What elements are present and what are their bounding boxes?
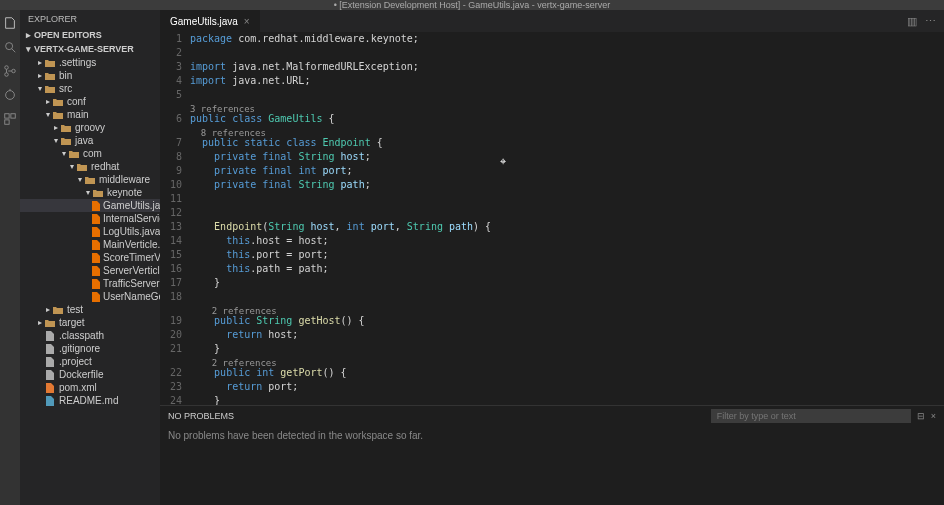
svg-point-4 <box>12 69 16 73</box>
tree-item-label: target <box>59 317 85 328</box>
tree-item[interactable]: ServerVerticle.java <box>20 264 160 277</box>
tree-item-label: main <box>67 109 89 120</box>
explorer-title: EXPLORER <box>20 10 160 28</box>
tree-item[interactable]: Dockerfile <box>20 368 160 381</box>
file-icon <box>44 357 56 367</box>
tree-item-label: bin <box>59 70 72 81</box>
md-icon <box>44 396 56 406</box>
problems-message: No problems have been detected in the wo… <box>160 426 944 445</box>
tree-item[interactable]: ▾keynote <box>20 186 160 199</box>
tree-item-label: test <box>67 304 83 315</box>
svg-point-0 <box>6 43 13 50</box>
tree-item[interactable]: MainVerticle.java <box>20 238 160 251</box>
tree-item-label: GameUtils.java <box>103 200 160 211</box>
tree-item[interactable]: .classpath <box>20 329 160 342</box>
file-icon <box>44 331 56 341</box>
tree-item[interactable]: TrafficServerVertl… <box>20 277 160 290</box>
svg-rect-9 <box>5 120 9 124</box>
tree-item[interactable]: ▸test <box>20 303 160 316</box>
tree-item[interactable]: ▾java <box>20 134 160 147</box>
tree-item[interactable]: ▸target <box>20 316 160 329</box>
tree-item[interactable]: .gitignore <box>20 342 160 355</box>
tree-item-label: ServerVerticle.java <box>103 265 160 276</box>
folder-icon <box>44 84 56 94</box>
tree-item-label: groovy <box>75 122 105 133</box>
tree-item[interactable]: pom.xml <box>20 381 160 394</box>
editor-tabs: GameUtils.java × ▥ ⋯ <box>160 10 944 32</box>
more-icon[interactable]: ⋯ <box>925 15 936 28</box>
tree-item[interactable]: ▸groovy <box>20 121 160 134</box>
svg-rect-7 <box>5 114 9 118</box>
java-icon <box>92 253 100 263</box>
files-icon[interactable] <box>3 16 17 30</box>
split-editor-icon[interactable]: ▥ <box>907 15 917 28</box>
close-icon[interactable]: × <box>244 16 250 27</box>
tree-item-label: InternalServiceVer… <box>103 213 160 224</box>
problems-title: NO PROBLEMS <box>168 411 234 421</box>
tree-item-label: middleware <box>99 174 150 185</box>
code-editor[interactable]: 12345 6 789101112131415161718 192021 222… <box>160 32 944 405</box>
folder-icon <box>44 71 56 81</box>
folder-icon <box>84 175 96 185</box>
tree-item[interactable]: ▾main <box>20 108 160 121</box>
tree-item-label: ScoreTimerVerticl… <box>103 252 160 263</box>
java-icon <box>92 279 100 289</box>
tree-item-label: pom.xml <box>59 382 97 393</box>
activity-bar <box>0 10 20 505</box>
svg-line-1 <box>12 49 16 53</box>
folder-icon <box>68 149 80 159</box>
java-icon <box>92 240 100 250</box>
tree-item[interactable]: README.md <box>20 394 160 407</box>
svg-point-2 <box>5 66 9 70</box>
tree-item-label: src <box>59 83 72 94</box>
tree-item[interactable]: ▾middleware <box>20 173 160 186</box>
tree-item[interactable]: ▸bin <box>20 69 160 82</box>
tree-item[interactable]: ScoreTimerVerticl… <box>20 251 160 264</box>
search-icon[interactable] <box>3 40 17 54</box>
tree-item-label: .gitignore <box>59 343 100 354</box>
java-icon <box>92 292 100 302</box>
svg-point-5 <box>6 91 15 100</box>
xml-icon <box>44 383 56 393</box>
folder-icon <box>92 188 104 198</box>
collapse-icon[interactable]: ⊟ <box>917 411 925 421</box>
tree-item-label: TrafficServerVertl… <box>103 278 160 289</box>
tree-item[interactable]: ▾src <box>20 82 160 95</box>
tree-item-label: .settings <box>59 57 96 68</box>
folder-icon <box>52 305 64 315</box>
java-icon <box>92 227 100 237</box>
tree-item[interactable]: ▾redhat <box>20 160 160 173</box>
scm-icon[interactable] <box>3 64 17 78</box>
tree-item-label: LogUtils.java <box>103 226 160 237</box>
tree-item[interactable]: ▾com <box>20 147 160 160</box>
tree-item-label: keynote <box>107 187 142 198</box>
svg-point-3 <box>5 73 9 77</box>
close-panel-icon[interactable]: × <box>931 411 936 421</box>
open-editors-section[interactable]: ▸OPEN EDITORS <box>20 28 160 42</box>
tree-item[interactable]: ▸conf <box>20 95 160 108</box>
tree-item[interactable]: InternalServiceVer… <box>20 212 160 225</box>
extensions-icon[interactable] <box>3 112 17 126</box>
tree-item-label: conf <box>67 96 86 107</box>
tree-item-label: Dockerfile <box>59 369 103 380</box>
tree-item[interactable]: ▸.settings <box>20 56 160 69</box>
tab-gameutils[interactable]: GameUtils.java × <box>160 10 260 32</box>
tree-item-label: .classpath <box>59 330 104 341</box>
folder-icon <box>76 162 88 172</box>
explorer-sidebar: EXPLORER ▸OPEN EDITORS ▾VERTX-GAME-SERVE… <box>20 10 160 505</box>
tree-item[interactable]: UserNameGenerat… <box>20 290 160 303</box>
tree-item[interactable]: LogUtils.java <box>20 225 160 238</box>
project-section[interactable]: ▾VERTX-GAME-SERVER <box>20 42 160 56</box>
tree-item[interactable]: .project <box>20 355 160 368</box>
tree-item-label: MainVerticle.java <box>103 239 160 250</box>
tab-label: GameUtils.java <box>170 16 238 27</box>
file-icon <box>44 370 56 380</box>
folder-icon <box>44 318 56 328</box>
debug-icon[interactable] <box>3 88 17 102</box>
folder-icon <box>60 123 72 133</box>
folder-icon <box>60 136 72 146</box>
problems-filter-input[interactable] <box>711 409 911 423</box>
tree-item[interactable]: GameUtils.java <box>20 199 160 212</box>
java-icon <box>92 214 100 224</box>
tree-item-label: UserNameGenerat… <box>103 291 160 302</box>
